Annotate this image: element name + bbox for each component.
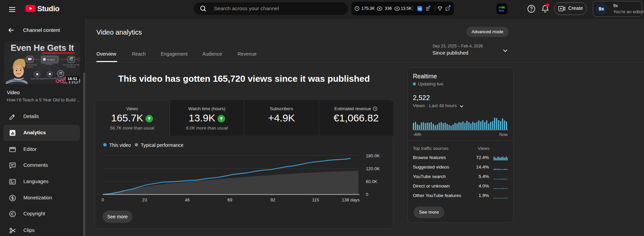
svg-text:x: x xyxy=(502,5,505,9)
svg-text:Send message and wait: Send message and wait xyxy=(63,64,80,66)
svg-text:received: received xyxy=(27,66,33,68)
svg-text:18:51: 18:51 xyxy=(67,77,77,81)
svg-text:OpenAI Chat Model: OpenAI Chat Model xyxy=(30,78,44,80)
svg-text:Chat Model: Chat Model xyxy=(46,64,52,65)
svg-text:Simple Memory: Simple Memory xyxy=(44,78,55,79)
svg-text:AI agent: AI agent xyxy=(47,59,55,61)
svg-text:for response: for response xyxy=(67,66,75,68)
svg-text:Even He Gets It: Even He Gets It xyxy=(10,43,74,53)
